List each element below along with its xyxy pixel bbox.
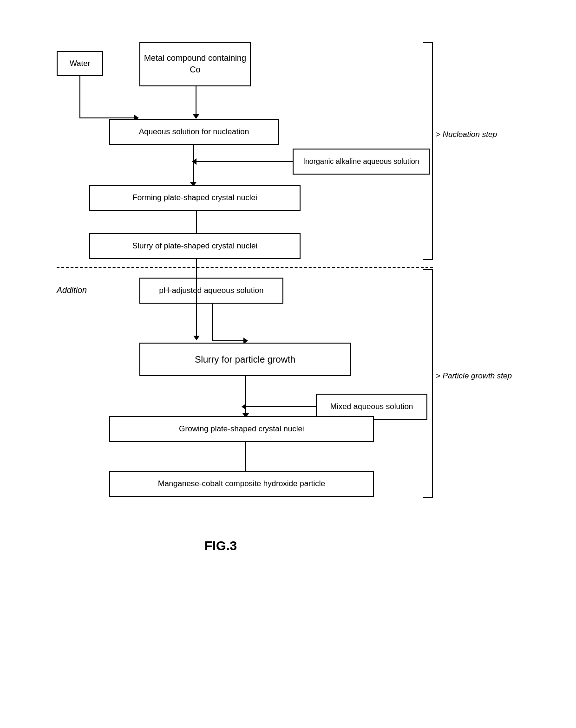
water-arrow-v	[79, 76, 80, 118]
box-inorganic: Inorganic alkaline aqueous solution	[293, 149, 430, 175]
box-ph-adjusted: pH-adjusted aqueous solution	[139, 278, 283, 304]
slurry-growth-arrow	[242, 376, 249, 418]
inorganic-arrow-h	[195, 161, 293, 162]
slurry-nuclei-arrow	[193, 259, 200, 340]
metal-arrow	[193, 86, 199, 119]
ph-arrow-v	[212, 304, 213, 341]
particle-growth-step-label: > Particle growth step	[436, 371, 512, 381]
bracket-nucleation-v	[432, 42, 433, 259]
dashed-separator	[57, 267, 433, 268]
mixed-arrow-h	[245, 406, 316, 407]
manganese-label: Manganese-cobalt composite hydroxide par…	[158, 478, 325, 489]
box-manganese: Manganese-cobalt composite hydroxide par…	[109, 471, 374, 497]
fig-label: FIG.3	[204, 539, 237, 553]
bracket-growth-bottom	[423, 497, 433, 498]
box-slurry-nuclei: Slurry of plate-shaped crystal nuclei	[89, 233, 301, 259]
box-water: Water	[57, 51, 103, 76]
water-label: Water	[70, 58, 91, 69]
inorganic-arrow-head	[192, 158, 196, 165]
diagram-area: Water Metal compound containing Co Aqueo…	[28, 19, 539, 696]
water-arrow-h	[79, 117, 135, 118]
box-growing: Growing plate-shaped crystal nuclei	[109, 416, 374, 442]
slurry-nuclei-label: Slurry of plate-shaped crystal nuclei	[132, 240, 257, 252]
mixed-label: Mixed aqueous solution	[330, 401, 413, 412]
metal-compound-label: Metal compound containing Co	[140, 52, 250, 76]
ph-arrow-h	[212, 340, 244, 341]
slurry-growth-label: Slurry for particle growth	[195, 353, 295, 366]
bracket-growth-top	[423, 269, 433, 270]
addition-label: Addition	[57, 286, 87, 295]
ph-adjusted-label: pH-adjusted aqueous solution	[159, 285, 264, 296]
bracket-growth-v	[432, 269, 433, 497]
bracket-nucleation-bottom	[423, 259, 433, 260]
box-metal-compound: Metal compound containing Co	[139, 42, 251, 86]
forming-label: Forming plate-shaped crystal nuclei	[132, 192, 257, 203]
growing-label: Growing plate-shaped crystal nuclei	[179, 423, 304, 435]
aqueous-nucleation-label: Aqueous solution for nucleation	[139, 126, 249, 137]
mixed-arrow-head	[242, 403, 246, 410]
page: Water Metal compound containing Co Aqueo…	[0, 0, 576, 728]
bracket-nucleation-top	[423, 42, 433, 43]
inorganic-label: Inorganic alkaline aqueous solution	[303, 156, 419, 167]
nucleation-step-label: > Nucleation step	[436, 130, 497, 139]
box-slurry-growth: Slurry for particle growth	[139, 343, 351, 376]
box-aqueous-nucleation: Aqueous solution for nucleation	[109, 119, 279, 145]
box-forming: Forming plate-shaped crystal nuclei	[89, 185, 301, 211]
